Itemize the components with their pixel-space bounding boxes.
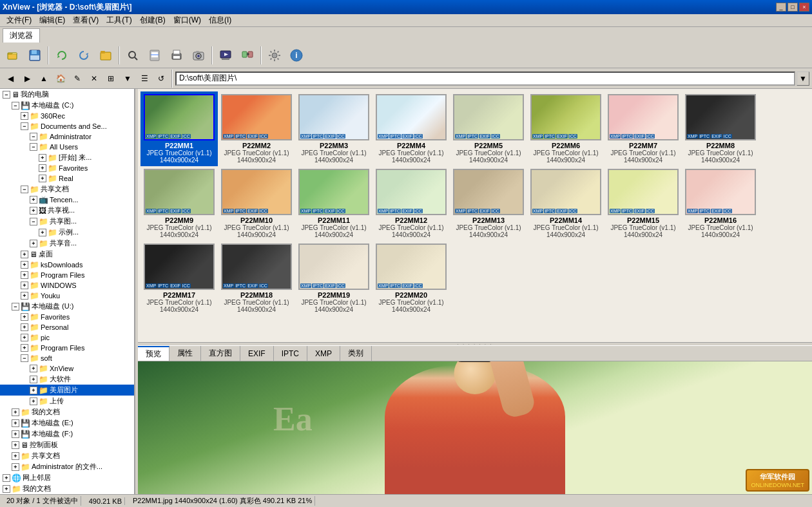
thumbnail-cell[interactable]: XMPIPTCEXIFICCP22MM11JPEG TrueColor (v1.… [295, 166, 372, 241]
preview-tab-XMP[interactable]: XMP [307, 346, 340, 361]
thumbnail-cell[interactable]: XMPIPTCEXIFICCP22MM10JPEG TrueColor (v1.… [218, 166, 295, 241]
tree-item-wanglinjuyi[interactable]: +🌐网上邻居 [0, 472, 134, 483]
tree-expander[interactable]: − [21, 186, 28, 193]
tree-expander[interactable]: + [21, 334, 28, 341]
save-button[interactable] [24, 45, 45, 66]
tree-item-gongxiangwenjian[interactable]: +📁共享文档 [0, 450, 134, 461]
preview-tab-属性[interactable]: 属性 [169, 346, 201, 361]
menu-item[interactable]: 创建(B) [136, 14, 169, 27]
nav-forward-button[interactable]: ▶ [19, 71, 35, 86]
filter-button[interactable]: ☰ [137, 71, 152, 86]
tree-item-real[interactable]: +📁Real [0, 173, 134, 184]
thumbnail-cell[interactable]: XMPIPTCEXIFICCP22MM6JPEG TrueColor (v1.1… [527, 91, 604, 166]
tree-item-admin[interactable]: −📁Administrator [0, 131, 134, 142]
tree-expander[interactable]: + [21, 251, 28, 258]
tree-expander[interactable]: + [30, 387, 37, 394]
menu-item[interactable]: 信息(I) [205, 14, 235, 27]
preview-tab-IPTC[interactable]: IPTC [274, 346, 307, 361]
tree-expander[interactable]: + [30, 397, 37, 405]
thumbnail-cell[interactable]: XMPIPTCEXIFICCP22MM9JPEG TrueColor (v1.1… [140, 166, 218, 241]
tree-item-shipin[interactable]: +📁示例... [0, 227, 134, 238]
info-button[interactable]: i [286, 45, 307, 66]
tree-expander[interactable]: + [12, 463, 19, 471]
tree-item-ksdownloads[interactable]: +📁ksDownloads [0, 260, 134, 270]
tree-expander[interactable]: + [21, 261, 28, 269]
tree-expander[interactable]: + [21, 271, 28, 279]
tree-item-allusers[interactable]: −📁All Users [0, 142, 134, 152]
tree-item-daruan[interactable]: +📁大软件 [0, 374, 134, 385]
tree-item-gongxiang[interactable]: −📁共享文档 [0, 184, 134, 195]
tree-item-gongxiangy[interactable]: +📁共享音... [0, 238, 134, 249]
tree-item-mydoc[interactable]: +📁我的文档 [0, 407, 134, 417]
capture-button[interactable] [188, 45, 209, 66]
tree-item-mydoc2[interactable]: +📁我的文档 [0, 483, 134, 494]
tree-item-zhuomian[interactable]: +🖥桌面 [0, 249, 134, 260]
tree-expander[interactable]: − [21, 122, 28, 130]
thumbnail-cell[interactable]: XMPIPTCEXIFICCP22MM13JPEG TrueColor (v1.… [450, 166, 527, 241]
tree-item-pic[interactable]: +📁pic [0, 332, 134, 343]
preview-tab-预览[interactable]: 预览 [138, 346, 169, 361]
thumbnail-cell[interactable]: XMPIPTCEXIFICCP22MM18JPEG TrueColor (v1.… [218, 241, 295, 316]
tree-expander[interactable]: + [12, 430, 19, 438]
preview-tab-类别[interactable]: 类别 [340, 346, 372, 361]
thumbnail-cell[interactable]: XMPIPTCEXIFICCP22MM2JPEG TrueColor (v1.1… [218, 91, 295, 166]
tab-browser[interactable]: 浏览器 [3, 28, 40, 43]
tree-expander[interactable]: + [39, 164, 46, 172]
convert-button[interactable] [237, 45, 258, 66]
tree-item-docsse[interactable]: −📁Documents and Se... [0, 121, 134, 131]
tree-expander[interactable]: + [3, 474, 10, 482]
thumbnail-cell[interactable]: XMPIPTCEXIFICCP22MM7JPEG TrueColor (v1.1… [604, 91, 682, 166]
thumbnail-cell[interactable]: XMPIPTCEXIFICCP22MM17JPEG TrueColor (v1.… [140, 241, 218, 316]
folder-button[interactable] [95, 45, 116, 66]
tree-item-f[interactable]: +💾本地磁盘 (F:) [0, 428, 134, 439]
tree-expander[interactable]: + [21, 292, 28, 300]
thumbnail-cell[interactable]: XMPIPTCEXIFICCP22MM4JPEG TrueColor (v1.1… [372, 91, 450, 166]
tree-expander[interactable]: + [39, 229, 46, 236]
rotate-button[interactable]: ↺ [153, 71, 169, 86]
tree-expander[interactable]: + [12, 452, 19, 460]
thumbnail-cell[interactable]: XMPIPTCEXIFICCP22MM20JPEG TrueColor (v1.… [372, 241, 450, 316]
sort-button[interactable]: ▼ [120, 71, 135, 86]
nav-edit-button[interactable]: ✎ [70, 71, 85, 86]
close-button[interactable]: × [799, 3, 809, 12]
tree-item-meimei[interactable]: +📁美眉图片 [0, 385, 134, 396]
tree-expander[interactable]: + [30, 240, 37, 247]
menu-item[interactable]: 窗口(W) [169, 14, 205, 27]
tree-item-360rec[interactable]: +📁360Rec [0, 111, 134, 121]
preview-tab-EXIF[interactable]: EXIF [240, 346, 274, 361]
tree-expander[interactable]: + [12, 419, 19, 427]
menu-item[interactable]: 工具(T) [102, 14, 135, 27]
tree-item-ctrl[interactable]: +🖥控制面板 [0, 439, 134, 450]
refresh-button[interactable] [52, 45, 72, 66]
open-button[interactable] [3, 45, 23, 66]
menu-item[interactable]: 文件(F) [3, 14, 35, 27]
nav-home-button[interactable]: 🏠 [53, 71, 68, 86]
tree-item-favorites[interactable]: +📁Favorites [0, 163, 134, 173]
menu-item[interactable]: 编辑(E) [35, 14, 69, 27]
print-button[interactable] [166, 45, 187, 66]
tree-expander[interactable]: + [21, 313, 28, 321]
tree-item-u[interactable]: −💾本地磁盘 (U:) [0, 301, 134, 312]
thumbnail-grid-container[interactable]: XMPIPTCEXIFICCP22MM1JPEG TrueColor (v1.1… [138, 89, 812, 342]
tree-item-xnview[interactable]: +📁XnView [0, 363, 134, 374]
tree-expander[interactable]: + [3, 485, 10, 493]
maximize-button[interactable]: □ [788, 3, 798, 12]
address-dropdown-button[interactable]: ▼ [797, 72, 809, 86]
preview-tab-直方图[interactable]: 直方图 [201, 346, 240, 361]
tree-expander[interactable]: + [21, 112, 28, 120]
tree-expander[interactable]: − [30, 218, 37, 225]
minimize-button[interactable]: _ [776, 3, 786, 12]
tree-item-gongxiangshi[interactable]: +🖼共享视... [0, 205, 134, 216]
tree-expander[interactable]: + [12, 408, 19, 416]
nav-up-button[interactable]: ▲ [36, 71, 52, 86]
menu-item[interactable]: 查看(V) [69, 14, 102, 27]
settings-button[interactable] [264, 45, 285, 66]
tree-item-gongxiangt2[interactable]: −📁共享图... [0, 216, 134, 227]
tree-expander[interactable]: + [21, 344, 28, 352]
address-input[interactable] [175, 72, 795, 86]
tree-expander[interactable]: + [30, 196, 37, 204]
slideshow-button[interactable] [215, 45, 236, 66]
scan-button[interactable] [144, 45, 165, 66]
tree-item-youku[interactable]: +📁Youku [0, 291, 134, 301]
tree-item-kaishi[interactable]: +📁[开始] 来... [0, 152, 134, 163]
